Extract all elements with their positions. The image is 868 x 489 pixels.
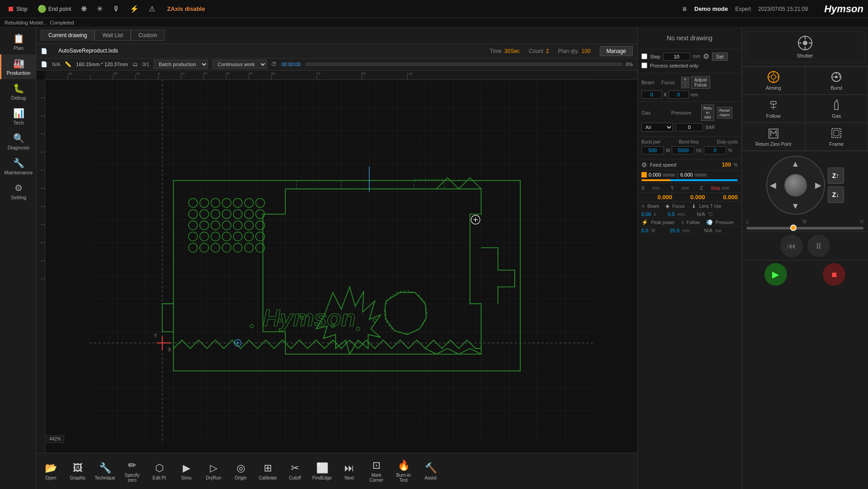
joystick-right[interactable]: ▶ — [815, 180, 821, 190]
tool-dryrun[interactable]: ▷ DryRun — [200, 454, 227, 489]
z-up-button[interactable]: Z↑ — [828, 168, 844, 184]
icon-btn-4[interactable]: ⚡ — [127, 4, 142, 14]
stop-button[interactable]: ■ — [823, 263, 845, 286]
tool-mark-corner[interactable]: ⊡ Mark Corner — [363, 454, 390, 489]
pressure-input[interactable] — [676, 123, 703, 131]
cutoff-icon: ✂ — [291, 462, 299, 474]
tool-assist[interactable]: 🔨 Assist — [417, 454, 444, 489]
y-value-item: 0.000 — [674, 194, 705, 201]
joystick-up[interactable]: ▲ — [792, 159, 800, 169]
feed-pct-value: 100 — [722, 162, 731, 168]
z-down-button[interactable]: Z↓ — [828, 187, 844, 203]
endpoint-button[interactable]: 🟢 End point — [35, 4, 74, 14]
icon-btn-1[interactable]: ❋ — [78, 4, 90, 14]
adjust-focus-button[interactable]: Adjust Focus — [691, 76, 710, 89]
reset-alarm-button[interactable]: Reset Alarm — [717, 107, 732, 119]
svg-point-104 — [803, 41, 807, 45]
step-input[interactable] — [663, 53, 690, 61]
burst-button[interactable]: Burst — [805, 67, 868, 95]
tool-technique[interactable]: 🔧 Technique — [91, 454, 119, 489]
svg-text:-10: -10 — [135, 72, 140, 76]
burst-pwr-input[interactable] — [641, 146, 664, 154]
focus-mon-label: Focus — [672, 204, 684, 209]
drawing-tabs: Current drawing Wait List Custom — [36, 27, 637, 44]
tool-calibrate[interactable]: ⊞ Calibrate — [254, 454, 281, 489]
tool-origin[interactable]: ◎ Origin — [227, 454, 254, 489]
step-back-button[interactable]: ⏮ — [780, 235, 803, 257]
slider-row — [742, 225, 868, 231]
demo-mode-label: Demo mode — [694, 5, 728, 12]
sidebar-item-setting[interactable]: ⚙ Setting — [0, 179, 36, 204]
beam-value-input[interactable] — [641, 91, 662, 99]
open-icon: 📂 — [45, 462, 57, 474]
sidebar-item-debug[interactable]: 🐛 Debug — [0, 79, 36, 104]
focus-value-input[interactable] — [669, 91, 689, 99]
sidebar: 📋 Plan 🏭 Production 🐛 Debug 📊 Tech 🔍 Dia… — [0, 27, 36, 489]
planqty-value: 100 — [582, 48, 591, 54]
batch-production-select[interactable]: Batch production — [154, 60, 208, 69]
gear-icon[interactable]: ⚙ — [703, 52, 709, 61]
return-zero-button[interactable]: Return Zero Point — [742, 123, 805, 151]
sidebar-item-maintenance[interactable]: 🔧 Maintenance — [0, 154, 36, 179]
burst-freq-input[interactable] — [672, 146, 694, 154]
x-axis-label: X — [641, 185, 650, 191]
tool-open[interactable]: 📂 Open — [37, 454, 64, 489]
follow-button[interactable]: Follow — [742, 95, 805, 123]
joystick-ring[interactable]: ▲ ▼ ◀ ▶ — [766, 156, 825, 215]
burst-labels-row: Burst pwr Burst freq Duty cycle — [641, 139, 738, 144]
sidebar-item-production[interactable]: 🏭 Production — [0, 54, 36, 79]
sidebar-item-tech[interactable]: 📊 Tech — [0, 104, 36, 129]
no-next-label: No next drawing — [641, 30, 738, 46]
pause-button[interactable]: ⏸ — [807, 235, 830, 257]
plus-button[interactable]: + — [681, 77, 689, 82]
canvas-wrapper[interactable]: -30 -20 -10 0 10 20 30 40 50 — [36, 71, 637, 453]
center-content: Current drawing Wait List Custom 📄 AutoS… — [36, 27, 637, 489]
play-button[interactable]: ▶ — [764, 263, 787, 286]
stop-button[interactable]: ⏹ Stop — [5, 4, 30, 14]
joystick-left[interactable]: ◀ — [770, 180, 776, 190]
tab-custom[interactable]: Custom — [131, 30, 165, 41]
tool-next[interactable]: ⏭ Next — [336, 454, 363, 489]
burst-freq-label: Burst freq — [679, 139, 698, 144]
return-mid-button[interactable]: Retu rn Mid — [701, 105, 714, 121]
shutter-button[interactable]: Shutter — [745, 31, 864, 62]
xyz-values-row: 0.000 0.000 0.000 — [638, 193, 741, 202]
x-value-item: 0.000 — [641, 194, 672, 201]
icon-btn-2[interactable]: ✳ — [94, 4, 105, 14]
frame-button[interactable]: Frame — [805, 123, 868, 151]
manage-button[interactable]: Manage — [600, 46, 633, 56]
set-button[interactable]: Set — [712, 53, 728, 61]
minus-button[interactable]: - — [681, 83, 689, 88]
sidebar-item-diagnosis[interactable]: 🔍 Diagnosis — [0, 129, 36, 154]
slider-thumb[interactable] — [790, 225, 797, 231]
tool-graphic[interactable]: 🖼 Graphic — [64, 454, 91, 489]
tool-simu[interactable]: ▶ Simu — [173, 454, 200, 489]
svg-line-113 — [839, 74, 840, 75]
process-selected-checkbox[interactable] — [641, 62, 647, 68]
tab-current-drawing[interactable]: Current drawing — [41, 30, 95, 41]
slider-labels: L M H — [742, 219, 868, 224]
icon-btn-3[interactable]: 🎙 — [110, 4, 123, 14]
tab-wait-list[interactable]: Wait List — [95, 30, 131, 41]
follow-mon-unit: mm — [682, 228, 690, 233]
duty-cycle-input[interactable] — [704, 146, 726, 154]
tool-burn-in-test[interactable]: 🔥 Burn-in Test — [390, 454, 417, 489]
canvas-area[interactable]: X Y — [45, 80, 637, 444]
joystick-center[interactable] — [784, 174, 807, 197]
icon-btn-5[interactable]: ⚠ — [146, 4, 158, 14]
joystick-down[interactable]: ▼ — [792, 201, 800, 211]
zaxis-disable-label: ZAxis disable — [167, 5, 205, 12]
tool-specify-zero[interactable]: ✏ Specify zero — [119, 454, 146, 489]
slider-track[interactable] — [746, 227, 863, 230]
aiming-button[interactable]: Aiming — [742, 67, 805, 95]
right-panel: Shutter Aiming — [741, 27, 868, 489]
continuous-work-select[interactable]: Continuous work — [213, 60, 267, 69]
step-checkbox[interactable] — [641, 53, 647, 59]
gas-button[interactable]: Gas — [805, 95, 868, 123]
rp-button-grid: Aiming Burst — [742, 67, 868, 151]
gas-select[interactable]: Air N2 O2 — [641, 123, 673, 132]
tool-edit-pt[interactable]: ⬡ Edit Pt — [146, 454, 173, 489]
tool-cutoff[interactable]: ✂ Cutoff — [281, 454, 308, 489]
tool-find-edge[interactable]: ⬜ FindEdge — [308, 454, 336, 489]
sidebar-item-plan[interactable]: 📋 Plan — [0, 29, 36, 54]
